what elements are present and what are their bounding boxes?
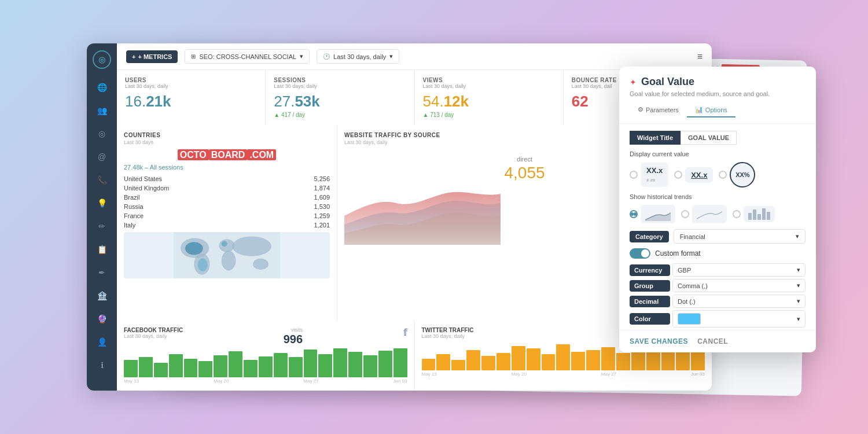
currency-chevron-icon: ▾ bbox=[797, 266, 800, 274]
channel-select[interactable]: ⊞ SEO: CROSS-CHANNEL SOCIAL ▾ bbox=[185, 49, 310, 64]
trend-bar[interactable] bbox=[733, 206, 775, 222]
users-value: 16.21k bbox=[125, 93, 257, 111]
sessions-sub: Last 30 days, daily bbox=[274, 83, 406, 89]
sidebar-icon-bulb[interactable]: 💡 bbox=[93, 194, 111, 212]
preview-1: XX.x# ## bbox=[641, 163, 668, 187]
preview-3: XX% bbox=[730, 162, 755, 187]
sidebar-icon-edit[interactable]: ✏ bbox=[93, 217, 111, 236]
list-item: United States5,256 bbox=[124, 174, 330, 183]
add-metrics-label: + METRICS bbox=[138, 53, 172, 60]
sidebar-icon-users[interactable]: 👥 bbox=[93, 101, 111, 120]
metric-sessions: SESSIONS Last 30 days, daily 27.53k ▲ 41… bbox=[266, 70, 414, 125]
goal-tabs: ⚙ Parameters 📊 Options bbox=[630, 103, 806, 117]
options-icon: 📊 bbox=[695, 106, 703, 113]
sidebar-icon-pen[interactable]: ✒ bbox=[93, 263, 111, 282]
views-sub: Last 30 days, daily bbox=[423, 83, 555, 89]
sidebar-icon-at[interactable]: @ bbox=[93, 148, 111, 166]
radio-1 bbox=[630, 171, 638, 179]
trend-area[interactable] bbox=[630, 205, 675, 223]
channel-label: SEO: CROSS-CHANNEL SOCIAL bbox=[199, 53, 296, 60]
sidebar-icon-globe[interactable]: 🌐 bbox=[93, 78, 111, 97]
twitter-x-labels: May 13 May 20 May 27 Jun 03 bbox=[422, 372, 705, 377]
list-item: United Kingdom1,874 bbox=[124, 183, 330, 193]
sidebar-icon-bank[interactable]: 🏦 bbox=[93, 286, 111, 305]
facebook-icon: 𝕗 bbox=[403, 327, 407, 338]
group-value: Comma (,) bbox=[678, 282, 708, 289]
sessions-delta: ▲ 417 / day bbox=[274, 112, 406, 118]
save-changes-button[interactable]: SAVE CHANGES bbox=[630, 337, 688, 345]
cancel-button[interactable]: CANCEL bbox=[697, 337, 728, 345]
topbar: + + METRICS ⊞ SEO: CROSS-CHANNEL SOCIAL … bbox=[117, 43, 712, 70]
fb-bar-chart bbox=[124, 348, 407, 377]
users-label: USERS bbox=[125, 77, 257, 83]
trend-radio-3 bbox=[733, 210, 741, 218]
trend-radio-1 bbox=[630, 210, 638, 218]
svg-point-7 bbox=[185, 242, 203, 255]
trend-preview-line bbox=[692, 205, 727, 223]
trend-preview-area bbox=[641, 205, 675, 223]
group-select[interactable]: Comma (,) ▾ bbox=[672, 279, 806, 292]
sidebar-logo: ◎ bbox=[93, 50, 111, 69]
category-row: Category Financial ▾ bbox=[630, 229, 806, 244]
list-item: Brazil1,609 bbox=[124, 193, 330, 202]
trend-preview-bar bbox=[744, 206, 775, 222]
svg-point-6 bbox=[253, 259, 269, 270]
fb-value: 996 bbox=[284, 333, 303, 346]
display-options: XX.x# ## XX.x XX% bbox=[630, 162, 806, 187]
tab-parameters[interactable]: ⚙ Parameters bbox=[630, 103, 687, 117]
date-chevron-icon: ▾ bbox=[389, 53, 393, 60]
sessions-label: SESSIONS bbox=[274, 77, 406, 83]
display-option-3[interactable]: XX% bbox=[719, 162, 755, 187]
currency-value: GBP bbox=[678, 267, 691, 274]
list-item: Italy1,201 bbox=[124, 220, 330, 230]
sidebar-icon-magic[interactable]: 🔮 bbox=[93, 310, 111, 328]
color-row: Color ▾ bbox=[630, 310, 806, 328]
group-label: Group bbox=[630, 280, 670, 292]
sidebar-icon-target[interactable]: ◎ bbox=[93, 124, 111, 143]
decimal-select[interactable]: Dot (.) ▾ bbox=[672, 295, 806, 308]
tab-widget-title[interactable]: Widget Title bbox=[630, 131, 681, 145]
radio-3 bbox=[719, 171, 727, 179]
traffic-title: WEBSITE TRAFFIC BY SOURCE bbox=[344, 132, 440, 138]
display-option-1[interactable]: XX.x# ## bbox=[630, 163, 668, 187]
currency-select[interactable]: GBP ▾ bbox=[672, 263, 806, 277]
users-sub: Last 30 days, daily bbox=[125, 83, 257, 89]
date-label: Last 30 days, daily bbox=[333, 53, 386, 60]
tab-goal-value[interactable]: GOAL VALUE bbox=[681, 131, 737, 145]
decimal-chevron-icon: ▾ bbox=[797, 297, 800, 305]
custom-format-label: Custom format bbox=[655, 249, 701, 258]
sidebar-icon-clipboard[interactable]: 📋 bbox=[93, 240, 111, 259]
octoboard-logo: OCTOBOARD.COM bbox=[124, 150, 330, 160]
countries-sub: Last 30 days bbox=[124, 139, 330, 145]
sidebar-icon-person[interactable]: 👤 bbox=[93, 333, 111, 351]
list-item: Russia1,530 bbox=[124, 202, 330, 211]
category-chevron-icon: ▾ bbox=[796, 233, 799, 240]
color-label: Color bbox=[630, 313, 670, 325]
params-icon: ⚙ bbox=[638, 106, 643, 113]
category-value: Financial bbox=[680, 233, 705, 240]
countries-title: COUNTRIES bbox=[124, 132, 330, 138]
tab-options[interactable]: 📊 Options bbox=[687, 103, 735, 117]
trend-line[interactable] bbox=[681, 205, 727, 223]
views-label: VIEWS bbox=[423, 77, 555, 83]
date-select[interactable]: 🕐 Last 30 days, daily ▾ bbox=[317, 49, 399, 64]
trends-options bbox=[630, 205, 806, 223]
list-item: France1,259 bbox=[124, 211, 330, 220]
color-select[interactable]: ▾ bbox=[672, 310, 806, 328]
sidebar-icon-phone[interactable]: 📞 bbox=[93, 171, 111, 189]
group-row: Group Comma (,) ▾ bbox=[630, 279, 806, 292]
category-select[interactable]: Financial ▾ bbox=[674, 229, 806, 244]
hamburger-icon[interactable]: ≡ bbox=[697, 52, 703, 62]
sidebar-icon-info[interactable]: ℹ bbox=[93, 356, 111, 374]
svg-point-9 bbox=[198, 259, 208, 271]
traffic-sub: Last 30 days, daily bbox=[344, 139, 440, 145]
display-option-2[interactable]: XX.x bbox=[674, 167, 713, 183]
custom-format-row: Custom format bbox=[630, 248, 806, 259]
add-metrics-button[interactable]: + + METRICS bbox=[126, 50, 178, 63]
svg-point-4 bbox=[222, 251, 236, 270]
sidebar: ◎ 🌐 👥 ◎ @ 📞 💡 ✏ 📋 ✒ 🏦 🔮 👤 ℹ bbox=[87, 43, 117, 391]
goal-title: Goal Value bbox=[641, 76, 694, 88]
custom-format-toggle[interactable] bbox=[630, 248, 650, 259]
fb-x-labels: May 13 May 20 May 27 Jun 03 bbox=[124, 378, 407, 384]
color-chevron-icon: ▾ bbox=[797, 315, 800, 323]
